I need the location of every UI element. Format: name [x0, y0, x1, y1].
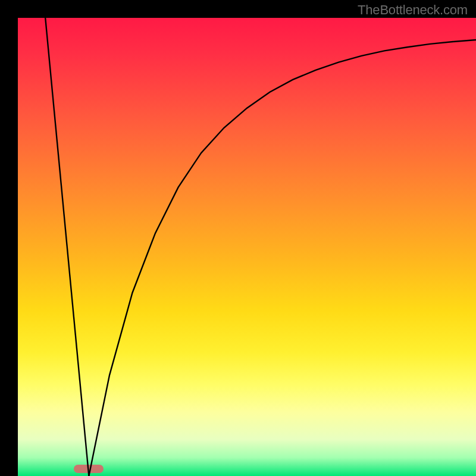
chart-frame — [9, 9, 467, 467]
curve-layer — [18, 18, 476, 476]
right-curve — [89, 40, 476, 476]
left-line — [45, 18, 89, 476]
plot-area — [18, 18, 476, 476]
watermark-text: TheBottleneck.com — [358, 2, 468, 18]
